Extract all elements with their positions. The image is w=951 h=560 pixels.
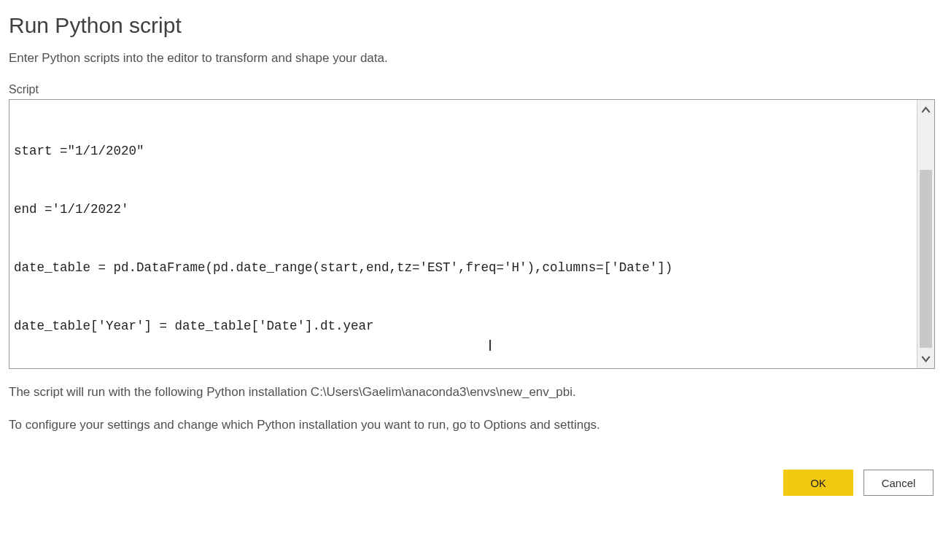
vertical-scrollbar[interactable] <box>917 100 934 368</box>
scroll-thumb[interactable] <box>920 170 932 348</box>
ok-button[interactable]: OK <box>783 470 853 496</box>
cancel-button[interactable]: Cancel <box>863 470 933 496</box>
code-line: start ="1/1/2020" <box>14 141 914 161</box>
python-install-path-info: The script will run with the following P… <box>9 382 942 402</box>
scroll-up-icon[interactable] <box>917 100 934 120</box>
scroll-track[interactable] <box>917 120 934 348</box>
dialog-button-row: OK Cancel <box>9 470 942 496</box>
code-line: end ='1/1/2022' <box>14 200 914 219</box>
configure-settings-info: To configure your settings and change wh… <box>9 415 942 435</box>
script-editor[interactable]: start ="1/1/2020" end ='1/1/2022' date_t… <box>9 100 918 368</box>
code-line: date_table['Year'] = date_table['Date'].… <box>14 316 914 336</box>
text-cursor-icon: I <box>488 333 492 357</box>
script-editor-container: start ="1/1/2020" end ='1/1/2022' date_t… <box>9 99 935 369</box>
dialog-subtitle: Enter Python scripts into the editor to … <box>9 51 942 66</box>
code-line: date_table = pd.DataFrame(pd.date_range(… <box>14 258 914 278</box>
scroll-down-icon[interactable] <box>917 348 934 368</box>
script-label: Script <box>9 83 942 96</box>
dialog-title: Run Python script <box>9 13 942 38</box>
